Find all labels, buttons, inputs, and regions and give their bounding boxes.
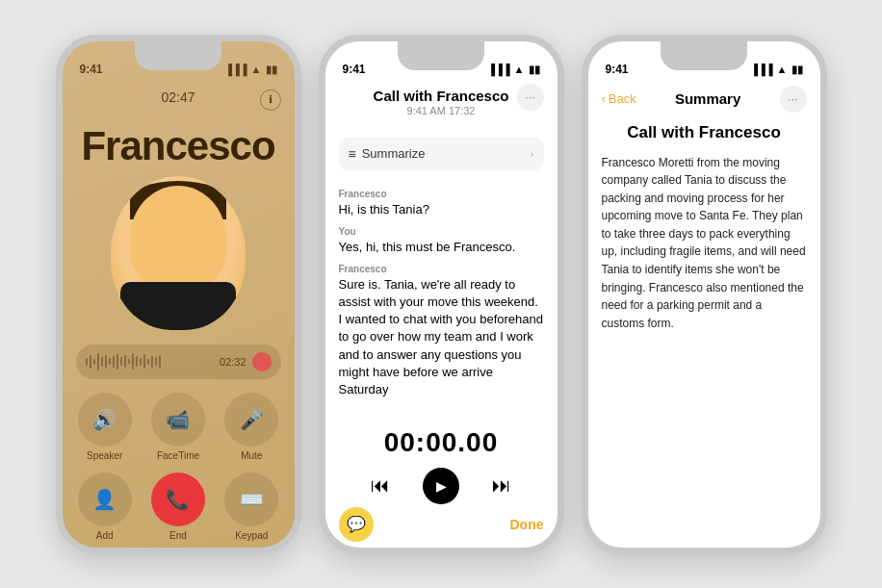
transcript-content: Francesco Hi, is this Tania? You Yes, hi… <box>339 181 544 432</box>
facetime-button[interactable]: 📹 FaceTime <box>149 393 207 461</box>
status-bar-3: 9:41 ▐▐▐ ▲ ▮▮ <box>588 41 820 80</box>
summary-content: Call with Francesco Francesco Moretti fr… <box>602 123 807 333</box>
battery-icon-2: ▮▮ <box>529 64 540 76</box>
keypad-label: Keypad <box>235 530 268 541</box>
speaker-3: Francesco <box>339 264 544 274</box>
end-icon-circle: 📞 <box>151 473 205 526</box>
more-options-button[interactable]: ··· <box>517 84 544 111</box>
message-1: Hi, is this Tania? <box>339 201 544 218</box>
add-icon-circle: 👤 <box>78 473 132 526</box>
playback-controls: ⏮ ▶ ⏭ <box>365 468 517 504</box>
transcript-datetime: 9:41 AM 17:32 <box>339 105 544 116</box>
speaker-icon-circle: 🔊 <box>78 393 132 447</box>
call-duration: 02:32 <box>220 356 246 368</box>
summary-more-button[interactable]: ··· <box>780 86 807 113</box>
status-bar-1: 9:41 ▐▐▐ ▲ ▮▮ <box>63 41 295 80</box>
memoji-avatar <box>111 176 246 330</box>
message-2: Yes, hi, this must be Francesco. <box>339 239 544 256</box>
speaker-2: You <box>339 226 544 237</box>
summarize-row[interactable]: ≡ Summarize › <box>339 138 544 170</box>
playback-timer: 00:00.00 <box>384 427 499 458</box>
signal-icon-3: ▐▐▐ <box>750 64 772 75</box>
battery-icon-3: ▮▮ <box>791 64 803 76</box>
mute-label: Mute <box>241 450 262 461</box>
summarize-icon: ≡ <box>349 146 356 162</box>
status-time-1: 9:41 <box>80 63 103 76</box>
back-label: Back <box>609 91 636 106</box>
status-bar-2: 9:41 ▐▐▐ ▲ ▮▮ <box>325 41 558 80</box>
add-label: Add <box>96 530 114 541</box>
waveform-bar: 02:32 <box>76 345 281 379</box>
keypad-button[interactable]: ⌨️ Keypad <box>222 473 280 541</box>
status-time-3: 9:41 <box>606 63 629 76</box>
mute-button[interactable]: 🎤 Mute <box>222 393 280 461</box>
caller-name: Francesco <box>63 123 295 169</box>
transcript-title: Call with Francesco <box>339 88 544 104</box>
mute-icon-circle: 🎤 <box>224 393 278 447</box>
caller-avatar <box>111 176 246 330</box>
chat-button[interactable]: 💬 <box>339 507 374 542</box>
summary-body: Francesco Moretti from the moving compan… <box>602 154 807 333</box>
info-button[interactable]: ℹ <box>260 89 281 111</box>
message-3: Sure is. Tania, we're all ready to assis… <box>339 276 544 398</box>
done-button[interactable]: Done <box>510 517 544 532</box>
record-indicator <box>252 352 272 371</box>
speaker-button[interactable]: 🔊 Speaker <box>76 393 134 461</box>
phone-active-call: 9:41 ▐▐▐ ▲ ▮▮ 02:47 ℹ Francesco <box>56 35 301 554</box>
signal-icon: ▐▐▐ <box>224 64 246 75</box>
summary-nav-title: Summary <box>675 90 740 107</box>
bottom-bar-transcript: 💬 Done <box>339 507 544 542</box>
status-icons-3: ▐▐▐ ▲ ▮▮ <box>750 64 802 76</box>
battery-icon: ▮▮ <box>266 64 277 76</box>
skip-back-button[interactable]: ⏮ <box>365 471 396 501</box>
summary-title: Call with Francesco <box>602 123 807 142</box>
memoji-head <box>130 186 226 292</box>
speaker-1: Francesco <box>339 189 544 199</box>
phone-transcript: 9:41 ▐▐▐ ▲ ▮▮ Call with Francesco 9:41 A… <box>319 35 564 554</box>
wifi-icon-2: ▲ <box>514 64 525 75</box>
facetime-icon-circle: 📹 <box>151 393 205 447</box>
back-button[interactable]: ‹ Back <box>602 91 636 106</box>
play-button[interactable]: ▶ <box>423 468 459 504</box>
status-time-2: 9:41 <box>343 63 366 76</box>
status-icons-1: ▐▐▐ ▲ ▮▮ <box>224 64 276 76</box>
keypad-icon-circle: ⌨️ <box>224 473 278 526</box>
end-label: End <box>169 530 187 541</box>
speaker-label: Speaker <box>87 450 122 461</box>
playback-section: 00:00.00 ⏮ ▶ ⏭ <box>325 427 558 504</box>
skip-forward-button[interactable]: ⏭ <box>486 471 517 501</box>
call-controls: 🔊 Speaker 📹 FaceTime 🎤 Mute 👤 Add 📞 End … <box>76 393 281 541</box>
waveform-visual <box>86 352 220 371</box>
wifi-icon: ▲ <box>251 64 262 75</box>
summarize-chevron-icon: › <box>531 148 534 160</box>
summarize-label: Summarize <box>362 146 426 161</box>
phone-summary: 9:41 ▐▐▐ ▲ ▮▮ ‹ Back Summary ··· Call wi… <box>582 35 827 554</box>
signal-icon-2: ▐▐▐ <box>487 64 509 75</box>
wifi-icon-3: ▲ <box>777 64 788 75</box>
status-icons-2: ▐▐▐ ▲ ▮▮ <box>487 64 539 76</box>
end-call-button[interactable]: 📞 End <box>149 473 207 541</box>
add-button[interactable]: 👤 Add <box>76 473 134 541</box>
summary-nav: ‹ Back Summary ··· <box>588 80 820 118</box>
memoji-shirt <box>120 282 236 330</box>
facetime-label: FaceTime <box>157 450 199 461</box>
back-chevron-icon: ‹ <box>602 91 606 106</box>
